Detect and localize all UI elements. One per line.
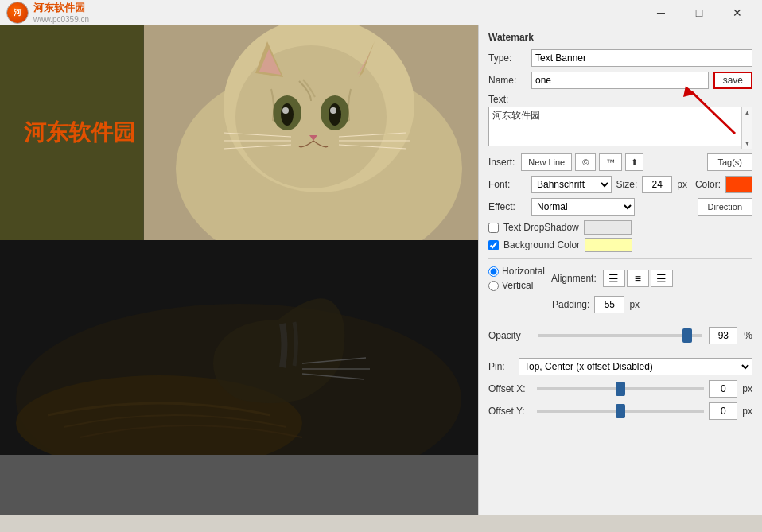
opacity-value: 93 [709,327,737,344]
text-scrollbar[interactable]: ▲ ▼ [741,107,752,149]
type-row: Type: [488,49,752,67]
scroll-down-icon[interactable]: ▼ [742,138,753,149]
extra-symbol-button[interactable]: ⬆ [625,153,643,171]
text-dropshadow-row: Text DropShadow [488,220,752,235]
preview-bottom [0,240,478,455]
preview-top: 河东软件园 [0,25,478,240]
name-row: Name: save [488,72,752,89]
color-label: Color: [695,179,721,190]
offset-y-slider[interactable] [537,410,704,413]
svg-point-10 [281,103,294,126]
effect-label: Effect: [488,201,527,212]
svg-point-13 [330,107,336,114]
app-title: 河东软件园 www.pc0359.cn [33,1,89,24]
offset-y-value: 0 [709,402,737,420]
offset-y-row: Offset Y: 0 px [488,402,752,420]
horizontal-radio[interactable] [488,266,499,277]
alignment-label: Alignment: [551,273,597,284]
size-px-label: px [677,179,687,190]
offset-x-label: Offset X: [488,383,532,394]
align-right-button[interactable]: ☰ [651,270,673,287]
logo-icon: 河 [6,2,29,24]
app-logo: 河 河东软件园 www.pc0359.cn [6,1,89,24]
effect-select[interactable]: Normal [531,198,635,216]
type-input[interactable] [531,49,752,67]
vertical-label: Vertical [502,280,533,291]
name-label: Name: [488,75,527,86]
trademark-button[interactable]: ™ [599,153,622,171]
settings-panel: Watemark Type: Name: save Text: 河东软件园 [478,25,762,515]
offset-y-slider-wrapper [537,403,704,419]
font-label: Font: [488,179,527,190]
align-left-button[interactable]: ☰ [603,270,625,287]
size-input[interactable] [642,176,672,193]
title-bar: 河 河东软件园 www.pc0359.cn ─ □ ✕ [0,0,762,25]
window-controls: ─ □ ✕ [643,2,756,24]
percent-label: % [744,330,752,341]
effect-row: Effect: Normal Direction [488,198,752,216]
opacity-slider[interactable] [538,334,702,337]
offset-y-px-label: px [742,406,752,417]
vertical-row: Vertical [488,280,545,291]
background-color-row: Background Color [488,238,752,252]
font-select[interactable]: Bahnschrift [531,176,612,193]
pin-section: Pin: Top, Center (x offset Disabled) Off… [488,358,752,420]
type-label: Type: [488,52,527,64]
text-input[interactable]: 河东软件园 [488,107,741,146]
orientation-group: Horizontal Vertical [488,266,545,291]
padding-px-label: px [629,299,640,310]
divider-1 [488,258,752,259]
main-content: 河东软件园 [0,25,762,515]
panel-title: Watemark [488,32,752,43]
color-picker[interactable] [725,176,752,193]
save-button[interactable]: save [713,72,752,89]
scroll-up-icon[interactable]: ▲ [742,107,753,118]
svg-point-12 [282,107,289,114]
align-center-button[interactable]: ≡ [627,270,649,287]
size-label: Size: [616,179,638,190]
copyright-button[interactable]: © [575,153,596,171]
background-color-checkbox[interactable] [488,240,499,250]
text-dropshadow-checkbox[interactable] [488,223,499,233]
close-button[interactable]: ✕ [719,2,756,24]
offset-x-value: 0 [709,380,737,398]
opacity-section: Opacity 93 % [488,327,752,344]
insert-label: Insert: [488,157,515,168]
alignment-buttons: ☰ ≡ ☰ [603,270,673,287]
opacity-label: Opacity [488,330,532,341]
opacity-slider-wrapper [538,328,702,344]
cat-image-top [144,25,478,240]
bg-color-picker[interactable] [585,238,632,252]
pin-label: Pin: [488,361,512,372]
tags-button[interactable]: Tag(s) [707,153,752,171]
minimize-button[interactable]: ─ [643,2,679,24]
background-color-label: Background Color [503,239,580,250]
padding-input[interactable] [594,296,624,313]
offset-x-row: Offset X: 0 px [488,380,752,398]
insert-row: Insert: New Line © ™ ⬆ Tag(s) [488,153,752,171]
cat-image-bottom [0,240,478,455]
pin-row: Pin: Top, Center (x offset Disabled) [488,358,752,375]
svg-point-11 [329,103,341,126]
pin-select[interactable]: Top, Center (x offset Disabled) [519,358,752,375]
text-dropshadow-label: Text DropShadow [503,222,579,233]
offset-x-slider[interactable] [537,387,704,390]
font-row: Font: Bahnschrift Size: px Color: [488,176,752,193]
preview-panel: 河东软件园 [0,25,478,515]
horizontal-row: Horizontal [488,266,545,277]
divider-3 [488,351,752,351]
divider-2 [488,320,752,320]
offset-x-slider-wrapper [537,381,704,397]
horizontal-label: Horizontal [502,266,545,277]
padding-label: Padding: [552,299,589,310]
vertical-radio[interactable] [488,281,499,291]
text-area-wrapper: 河东软件园 ▲ ▼ [488,107,752,149]
shadow-color-picker[interactable] [584,220,632,235]
direction-button[interactable]: Direction [698,198,752,216]
text-label: Text: [488,94,752,105]
maximize-button[interactable]: □ [681,2,717,24]
offset-y-label: Offset Y: [488,406,532,417]
newline-button[interactable]: New Line [521,153,572,171]
name-input[interactable] [531,72,709,89]
padding-row: Padding: px [552,296,752,313]
